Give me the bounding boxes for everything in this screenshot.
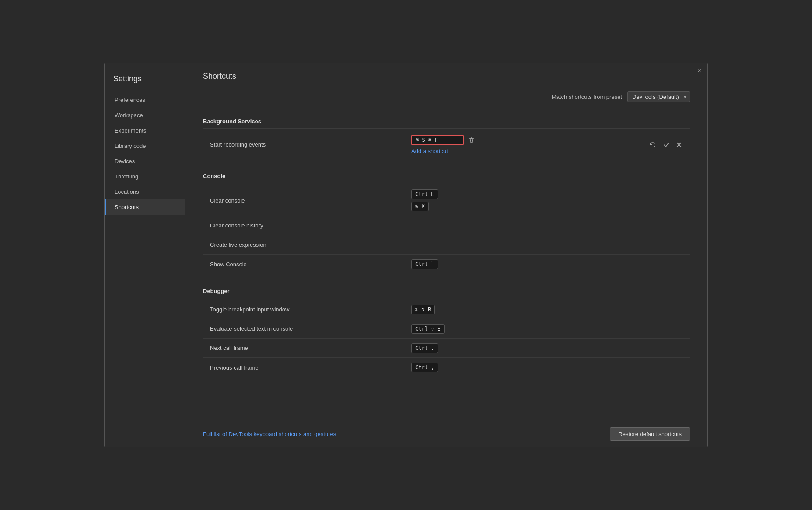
editing-row: ⌘ S ⌘ F [411,135,643,145]
shortcut-keys-previous-call-frame: Ctrl , [411,363,683,372]
shortcut-keys-show-console: Ctrl ` [411,259,683,269]
undo-button[interactable] [648,140,658,150]
shortcut-name-start-recording: Start recording events [210,141,411,148]
sidebar-item-preferences[interactable]: Preferences [105,92,185,108]
editing-key-badge[interactable]: ⌘ S ⌘ F [411,135,464,145]
shortcut-row-next-call-frame: Next call frameCtrl . [203,339,690,358]
key-row: Ctrl ` [411,259,683,269]
shortcut-keys-clear-console: Ctrl L⌘ K [411,189,683,211]
key-badge: Ctrl L [411,189,438,199]
delete-shortcut-button[interactable] [467,136,476,144]
section-background-services: Background ServicesStart recording event… [203,115,690,159]
shortcut-name-evaluate-selected: Evaluate selected text in console [210,325,411,332]
section-debugger: DebuggerToggle breakpoint input window⌘ … [203,284,690,377]
shortcut-name-show-console: Show Console [210,261,411,268]
shortcut-name-toggle-breakpoint: Toggle breakpoint input window [210,306,411,313]
section-header-background-services: Background Services [203,115,690,129]
shortcut-row-toggle-breakpoint: Toggle breakpoint input window⌘ ⌥ B [203,300,690,319]
shortcut-name-create-live-expression: Create live expression [210,241,411,248]
cancel-editing-button[interactable] [675,141,683,149]
sidebar-item-experiments[interactable]: Experiments [105,123,185,138]
sidebar-item-library-code[interactable]: Library code [105,138,185,154]
preset-label: Match shortcuts from preset [552,94,622,100]
devtools-shortcuts-link[interactable]: Full list of DevTools keyboard shortcuts… [203,431,336,437]
sidebar-item-workspace[interactable]: Workspace [105,108,185,123]
settings-dialog: × Settings PreferencesWorkspaceExperimen… [104,63,708,447]
key-badge: Ctrl . [411,343,438,353]
restore-defaults-button[interactable]: Restore default shortcuts [610,427,690,441]
editing-actions [648,140,683,150]
add-shortcut-link[interactable]: Add a shortcut [411,148,643,154]
dialog-body: Settings PreferencesWorkspaceExperiments… [105,63,707,447]
preset-select-wrapper: DevTools (Default) [627,91,690,102]
sidebar-item-devices[interactable]: Devices [105,154,185,169]
key-badge: Ctrl ` [411,259,438,269]
section-header-debugger: Debugger [203,284,690,298]
sidebar: Settings PreferencesWorkspaceExperiments… [105,63,186,447]
preset-select[interactable]: DevTools (Default) [627,91,690,102]
key-row: Ctrl L [411,189,683,199]
sidebar-nav: PreferencesWorkspaceExperimentsLibrary c… [105,92,185,215]
sidebar-item-throttling[interactable]: Throttling [105,169,185,184]
key-row: Ctrl . [411,343,683,353]
shortcut-keys-next-call-frame: Ctrl . [411,343,683,353]
shortcut-row-clear-console-history: Clear console history [203,216,690,235]
shortcut-name-clear-console-history: Clear console history [210,222,411,229]
shortcut-keys-toggle-breakpoint: ⌘ ⌥ B [411,305,683,314]
shortcut-row-clear-console: Clear consoleCtrl L⌘ K [203,185,690,216]
main-panel: Shortcuts Match shortcuts from preset De… [186,63,707,447]
section-header-console: Console [203,169,690,183]
shortcut-row-create-live-expression: Create live expression [203,235,690,255]
shortcut-row-start-recording: Start recording events⌘ S ⌘ FAdd a short… [203,130,690,159]
shortcut-row-show-console: Show ConsoleCtrl ` [203,255,690,274]
preset-row: Match shortcuts from preset DevTools (De… [203,91,690,102]
shortcut-name-clear-console: Clear console [210,197,411,204]
section-console: ConsoleClear consoleCtrl L⌘ KClear conso… [203,169,690,274]
shortcut-keys-evaluate-selected: Ctrl ⇧ E [411,324,683,334]
confirm-button[interactable] [662,140,671,149]
main-scroll-area: Shortcuts Match shortcuts from preset De… [186,63,707,421]
key-row: ⌘ ⌥ B [411,305,683,314]
sidebar-item-locations[interactable]: Locations [105,184,185,199]
shortcut-name-next-call-frame: Next call frame [210,345,411,351]
key-badge: Ctrl , [411,363,438,372]
sidebar-item-shortcuts[interactable]: Shortcuts [105,199,185,215]
shortcut-row-previous-call-frame: Previous call frameCtrl , [203,358,690,377]
sections-container: Background ServicesStart recording event… [203,115,690,377]
shortcut-keys-start-recording: ⌘ S ⌘ FAdd a shortcut [411,135,643,154]
shortcut-name-previous-call-frame: Previous call frame [210,364,411,371]
page-title: Shortcuts [203,72,690,81]
key-row: Ctrl , [411,363,683,372]
key-badge: ⌘ ⌥ B [411,305,435,314]
footer: Full list of DevTools keyboard shortcuts… [186,421,707,447]
shortcut-row-evaluate-selected: Evaluate selected text in consoleCtrl ⇧ … [203,319,690,339]
sidebar-title: Settings [105,67,185,92]
key-row: ⌘ K [411,202,683,211]
key-row: Ctrl ⇧ E [411,324,683,334]
key-badge: ⌘ K [411,202,429,211]
key-badge: Ctrl ⇧ E [411,324,444,334]
